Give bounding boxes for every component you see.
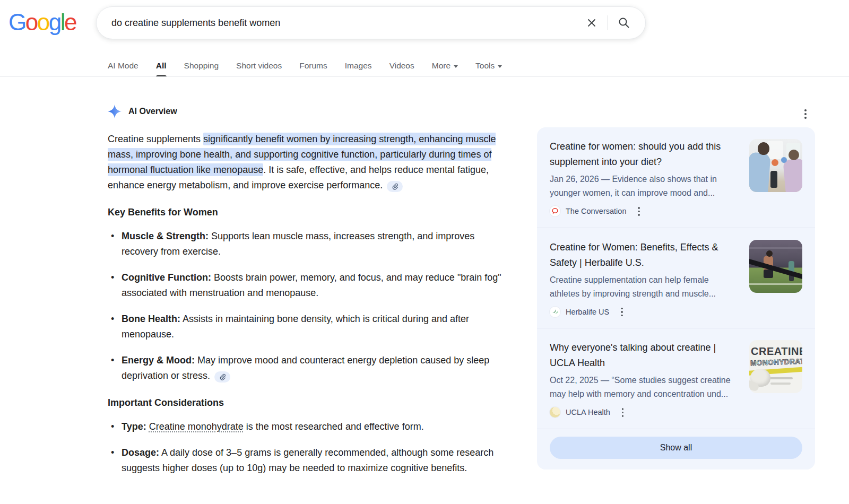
searchbar-divider: [608, 15, 608, 30]
bullet-text: A daily dose of 3–5 grams is generally r…: [122, 447, 493, 473]
creatine-monohydrate-link[interactable]: Creatine monohydrate: [149, 421, 244, 432]
results-nav: AI Mode All Shopping Short videos Forums…: [108, 55, 502, 77]
card-title[interactable]: Creatine for Women: Benefits, Effects & …: [550, 240, 739, 271]
list-item: Type: Creatine monohydrate is the most r…: [108, 419, 509, 435]
the-conversation-favicon: [550, 206, 560, 216]
header-divider: [0, 76, 849, 77]
ai-overview-menu-button[interactable]: [802, 107, 809, 121]
card-title[interactable]: Why everyone's talking about creatine | …: [550, 340, 739, 371]
herbalife-favicon: [550, 307, 560, 317]
ai-sparkle-icon: [108, 105, 122, 118]
card-menu-button[interactable]: [620, 307, 624, 318]
tab-label: All: [156, 61, 167, 71]
tab-label: Videos: [389, 61, 414, 71]
bullet-label: Cognitive Function:: [122, 272, 211, 283]
tab-tools[interactable]: Tools: [475, 55, 502, 77]
sources-panel: Creatine for women: should you add this …: [537, 127, 815, 470]
thumbnail-label-text: MONOHYDRATE: [750, 357, 802, 367]
card-snippet: Jan 26, 2026 — Evidence also shows that …: [550, 172, 739, 200]
card-menu-button[interactable]: [637, 206, 641, 217]
search-icon[interactable]: [613, 12, 635, 33]
logo-letter: G: [8, 8, 25, 36]
search-input[interactable]: [110, 17, 581, 29]
source-card[interactable]: Why everyone's talking about creatine | …: [537, 328, 815, 429]
list-item: Dosage: A daily dose of 3–5 grams is gen…: [108, 445, 509, 476]
card-thumbnail[interactable]: CREATINE MONOHYDRATE: [749, 340, 802, 393]
chevron-down-icon: [454, 65, 458, 68]
google-logo[interactable]: Google: [8, 8, 76, 36]
card-thumbnail[interactable]: [749, 240, 802, 293]
ai-overview-header: AI Overview: [108, 104, 509, 119]
bullet-label: Type:: [122, 421, 146, 432]
source-row: The Conversation: [550, 206, 739, 217]
logo-letter: o: [37, 8, 49, 36]
section-heading: Important Considerations: [108, 397, 509, 409]
source-card[interactable]: Creatine for women: should you add this …: [537, 127, 815, 228]
card-snippet: Creatine supplementation can help female…: [550, 273, 739, 301]
list-item: Muscle & Strength: Supports lean muscle …: [108, 229, 509, 259]
source-row: Herbalife US: [550, 307, 739, 318]
card-thumbnail[interactable]: [749, 139, 802, 192]
list-item: Bone Health: Assists in maintaining bone…: [108, 311, 509, 342]
tab-all[interactable]: All: [156, 55, 167, 77]
card-text: Creatine for women: should you add this …: [550, 139, 739, 217]
source-card[interactable]: Creatine for Women: Benefits, Effects & …: [537, 228, 815, 328]
bullet-label: Dosage:: [122, 447, 159, 458]
logo-letter: o: [25, 8, 37, 36]
bullet-text: is the most researched and effective for…: [244, 421, 424, 432]
tab-shopping[interactable]: Shopping: [184, 55, 219, 77]
citation-link-icon[interactable]: [214, 371, 230, 383]
show-all-container: Show all: [537, 429, 815, 470]
tab-videos[interactable]: Videos: [389, 55, 414, 77]
thumbnail-label-text: CREATINE: [751, 345, 802, 358]
tab-label: Short videos: [236, 61, 282, 71]
ai-overview-section: AI Overview Creatine supplements signifi…: [108, 104, 509, 476]
paragraph-text: Creatine supplements: [108, 134, 203, 144]
search-bar[interactable]: [96, 6, 646, 39]
tab-short-videos[interactable]: Short videos: [236, 55, 282, 77]
tab-label: Forums: [299, 61, 327, 71]
ai-overview-paragraph: Creatine supplements significantly benef…: [108, 132, 509, 193]
bullet-label: Muscle & Strength:: [122, 231, 209, 241]
card-text: Creatine for Women: Benefits, Effects & …: [550, 240, 739, 318]
ucla-health-favicon: [550, 407, 560, 418]
tab-label: Shopping: [184, 61, 219, 71]
tab-label: Images: [345, 61, 372, 71]
source-name[interactable]: The Conversation: [566, 207, 626, 215]
tab-images[interactable]: Images: [345, 55, 372, 77]
tab-label: AI Mode: [108, 61, 138, 71]
card-text: Why everyone's talking about creatine | …: [550, 340, 739, 418]
chevron-down-icon: [498, 65, 502, 68]
section-heading: Key Benefits for Women: [108, 207, 509, 218]
tab-forums[interactable]: Forums: [299, 55, 327, 77]
tab-label: Tools: [475, 61, 495, 71]
card-menu-button[interactable]: [621, 407, 625, 418]
ai-overview-title: AI Overview: [128, 107, 177, 116]
tab-ai-mode[interactable]: AI Mode: [108, 55, 138, 77]
source-name[interactable]: Herbalife US: [566, 308, 609, 316]
tab-more[interactable]: More: [432, 55, 458, 77]
card-title[interactable]: Creatine for women: should you add this …: [550, 139, 739, 170]
card-snippet: Oct 22, 2025 — “Some studies suggest cre…: [550, 373, 739, 401]
show-all-button[interactable]: Show all: [550, 437, 802, 459]
considerations-list: Type: Creatine monohydrate is the most r…: [108, 419, 509, 476]
logo-letter: l: [60, 8, 64, 36]
benefits-list: Muscle & Strength: Supports lean muscle …: [108, 229, 509, 384]
clear-search-icon[interactable]: [581, 12, 602, 33]
bullet-label: Energy & Mood:: [122, 355, 195, 366]
tab-label: More: [432, 61, 451, 71]
logo-letter: e: [64, 8, 76, 36]
source-row: UCLA Health: [550, 407, 739, 418]
bullet-label: Bone Health:: [122, 314, 180, 324]
list-item: Cognitive Function: Boosts brain power, …: [108, 270, 509, 301]
citation-link-icon[interactable]: [387, 181, 403, 192]
source-name[interactable]: UCLA Health: [566, 408, 610, 416]
logo-letter: g: [49, 8, 60, 36]
list-item: Energy & Mood: May improve mood and coun…: [108, 353, 509, 384]
